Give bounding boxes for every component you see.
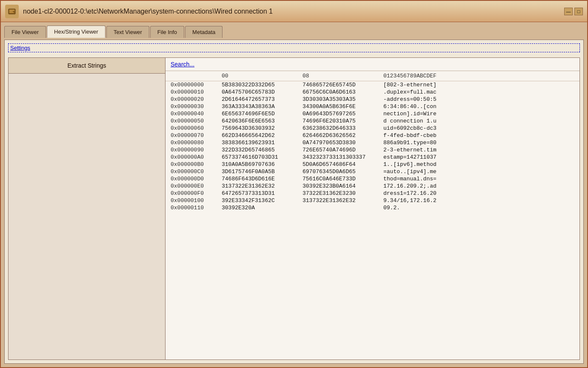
hex-bytes-00: 6420636F6E6E6563 <box>222 118 303 124</box>
hex-bytes-08: 726E65740A74696D <box>303 147 383 153</box>
ascii-col: =auto..[ipv4].me <box>383 168 574 175</box>
hex-bytes-00: 392E33342F31362C <box>222 197 303 204</box>
hex-row: 0x000000D0 74686F643D6D616E 75616C0A646E… <box>166 175 579 183</box>
tab-file-viewer[interactable]: File Viewer <box>4 26 46 38</box>
ascii-col: 886a9b91.type=80 <box>383 140 574 146</box>
offset: 0x00000070 <box>171 132 222 139</box>
offset: 0x00000060 <box>171 125 222 131</box>
offset: 0x00000090 <box>171 147 222 153</box>
hex-row: 0x00000060 7569643D36303932 636238632D64… <box>166 125 579 132</box>
hex-bytes-08: 0A69643D57697265 <box>303 111 383 117</box>
svg-rect-3 <box>9 12 14 13</box>
tab-file-info[interactable]: File Info <box>150 26 184 38</box>
hex-row: 0x00000070 662D346665642D62 6264662D6362… <box>166 132 579 139</box>
title-bar-left: node1-cl2-000012-0:\etc\NetworkManager\s… <box>5 5 273 18</box>
hex-bytes-00: 74686F643D6D616E <box>222 176 303 182</box>
offset: 0x00000050 <box>171 118 222 124</box>
hex-row: 0x000000A0 6573374616D703D31 34323237331… <box>166 154 579 161</box>
hex-bytes-00: 2D61646472657373 <box>222 96 303 103</box>
ascii-col: 1..[ipv6].method <box>383 161 574 168</box>
hex-row: 0x00000080 3838366139623931 0A747970653D… <box>166 139 579 146</box>
left-panel: Extract Strings <box>8 57 166 360</box>
hex-row: 0x00000100 392E33342F31362C 3137322E3136… <box>166 197 579 204</box>
hex-bytes-00: 310A0A5B69707636 <box>222 161 303 168</box>
hex-bytes-08: 697076345D0A6D65 <box>303 168 383 175</box>
ascii-col: nection].id=Wire <box>383 111 574 117</box>
offset: 0x00000040 <box>171 111 222 117</box>
settings-link[interactable]: Settings <box>8 43 580 52</box>
ascii-col: 9.34/16,172.16.2 <box>383 197 574 204</box>
app-icon <box>5 5 19 18</box>
hex-bytes-08: 3137322E31362E32 <box>303 197 383 204</box>
tab-text-viewer[interactable]: Text Viewer <box>106 26 149 38</box>
offset: 0x00000010 <box>171 89 222 95</box>
tab-hex-string-viewer[interactable]: Hex/String Viewer <box>47 26 106 38</box>
hex-bytes-08: 6264662D63626562 <box>303 132 383 139</box>
right-panel: Search... 00 08 0123456789ABCDEF 0x00000… <box>166 57 580 360</box>
ascii-col: thod=manual.dns= <box>383 176 574 182</box>
extract-strings-content <box>9 74 165 359</box>
ascii-col: 2-3-ethernet.tim <box>383 147 574 153</box>
hex-bytes-08: 3432323733131303337 <box>303 154 383 160</box>
hex-bytes-08 <box>303 205 383 211</box>
hex-header: 00 08 0123456789ABCDEF <box>166 71 579 81</box>
maximize-button[interactable]: □ <box>574 8 583 15</box>
hex-bytes-08: 74696F6E20310A75 <box>303 118 383 124</box>
title-bar: node1-cl2-000012-0:\etc\NetworkManager\s… <box>1 1 587 22</box>
offset: 0x00000000 <box>171 82 222 88</box>
offset: 0x00000110 <box>171 205 222 211</box>
ascii-col: [802-3-ethernet] <box>383 82 574 88</box>
hex-row: 0x00000090 322D332D65746865 726E65740A74… <box>166 146 579 154</box>
minimize-button[interactable]: — <box>564 8 573 15</box>
ascii-col: d connection 1.u <box>383 118 574 124</box>
hex-bytes-00: 5B3830322D332D65 <box>222 82 303 88</box>
hex-bytes-08: 3D30303A35303A35 <box>303 96 383 103</box>
svg-rect-2 <box>9 11 13 12</box>
ascii-col: uid=6092cb8c-dc3 <box>383 125 574 131</box>
tab-metadata[interactable]: Metadata <box>185 26 223 38</box>
hex-bytes-00: 363A33343A38363A <box>222 103 303 110</box>
hex-row: 0x00000110 30392E320A 09.2. <box>166 204 579 211</box>
offset: 0x000000E0 <box>171 183 222 189</box>
hex-row: 0x000000C0 3D6175746F0A0A5B 697076345D0A… <box>166 168 579 175</box>
hex-row: 0x000000B0 310A0A5B69707636 5D0A6D657468… <box>166 161 579 168</box>
ascii-col: estamp=142711037 <box>383 154 574 160</box>
hex-row: 0x00000050 6420636F6E6E6563 74696F6E2031… <box>166 117 579 125</box>
offset: 0x000000A0 <box>171 154 222 160</box>
hex-bytes-00: 662D346665642D62 <box>222 132 303 139</box>
hex-bytes-00: 30392E320A <box>222 205 303 211</box>
window-title: node1-cl2-000012-0:\etc\NetworkManager\s… <box>23 8 273 15</box>
search-link[interactable]: Search... <box>171 61 194 68</box>
hex-row: 0x00000020 2D61646472657373 3D30303A3530… <box>166 96 579 103</box>
hex-bytes-00: 3D6175746F0A0A5B <box>222 168 303 175</box>
hex-bytes-08: 0A747970653D3830 <box>303 140 383 146</box>
hex-bytes-08: 30392E323B0A6164 <box>303 183 383 189</box>
offset: 0x00000020 <box>171 96 222 103</box>
tabs-bar: File Viewer Hex/String Viewer Text Viewe… <box>4 26 584 38</box>
offset: 0x00000030 <box>171 103 222 110</box>
hex-bytes-08: 636238632D646333 <box>303 125 383 131</box>
hex-bytes-08: 5D0A6D6574686F64 <box>303 161 383 168</box>
hex-bytes-08: 746865726E65745D <box>303 82 383 88</box>
hex-viewer[interactable]: 00 08 0123456789ABCDEF 0x00000000 5B3830… <box>166 71 579 359</box>
hex-row: 0x00000000 5B3830322D332D65 746865726E65… <box>166 81 579 88</box>
hex-bytes-08: 66756C6C0A6D6163 <box>303 89 383 95</box>
hex-bytes-00: 3137322E31362E32 <box>222 183 303 189</box>
ascii-col: -address=00:50:5 <box>383 96 574 103</box>
offset: 0x000000D0 <box>171 176 222 182</box>
hex-bytes-00: 3838366139623931 <box>222 140 303 146</box>
ascii-col: dress1=172.16.20 <box>383 190 574 197</box>
hex-row: 0x00000010 0A6475706C65783D 66756C6C0A6D… <box>166 88 579 96</box>
panel-row: Extract Strings Search... 00 08 01234567… <box>8 57 580 360</box>
ascii-col: 172.16.209.2;.ad <box>383 183 574 189</box>
offset: 0x00000080 <box>171 140 222 146</box>
hex-bytes-08: 34300A0A5B636F6E <box>303 103 383 110</box>
hex-bytes-08: 75616C0A646E733D <box>303 176 383 182</box>
hex-bytes-00: 0A6475706C65783D <box>222 89 303 95</box>
hex-bytes-00: 6472657373313D31 <box>222 190 303 197</box>
ascii-col: 6:34:86:40..[con <box>383 103 574 110</box>
hex-row: 0x00000040 6E656374696F6E5D 0A69643D5769… <box>166 110 579 117</box>
offset: 0x00000100 <box>171 197 222 204</box>
search-bar: Search... <box>166 58 579 71</box>
main-content: Settings Extract Strings Search... <box>4 40 584 364</box>
